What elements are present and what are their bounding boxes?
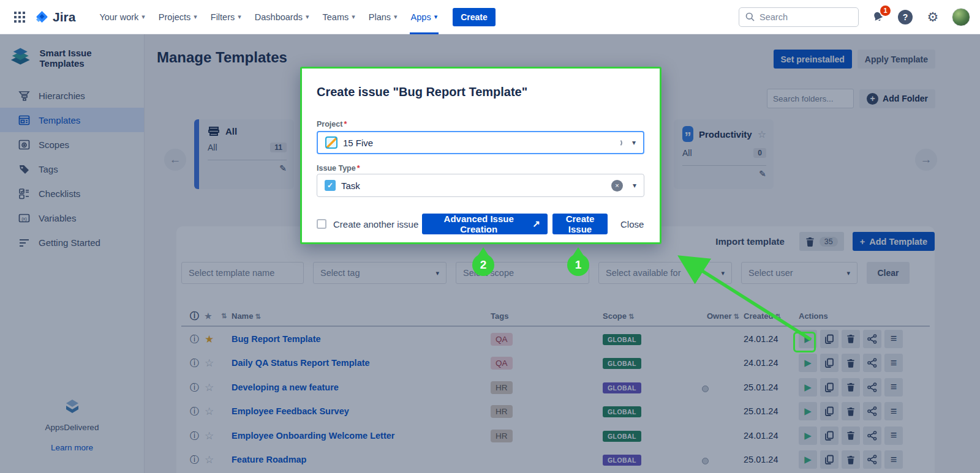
user-avatar[interactable] [952, 8, 970, 26]
notification-badge: 1 [880, 6, 891, 16]
search-placeholder: Search [760, 12, 788, 22]
create-another-label: Create another issue [333, 219, 418, 229]
project-avatar-icon [325, 136, 337, 149]
issue-type-select[interactable]: ✓ Task × ▾ [317, 174, 644, 197]
loading-spinner-icon [614, 139, 622, 147]
chevron-down-icon[interactable]: ▾ [633, 181, 636, 190]
chevron-down-icon: ▾ [141, 13, 145, 21]
issue-type-value: Task [341, 181, 606, 191]
project-value: 15 Five [343, 138, 609, 148]
nav-item-apps[interactable]: Apps▾ [411, 0, 438, 34]
create-another-checkbox[interactable] [317, 219, 326, 229]
chevron-down-icon[interactable]: ▾ [632, 138, 636, 147]
advanced-issue-creation-button[interactable]: Advanced Issue Creation ↗ [422, 214, 548, 234]
project-select[interactable]: 15 Five ▾ [317, 131, 644, 154]
gear-icon: ⚙ [927, 10, 939, 24]
issue-type-label: Issue Type* [317, 164, 360, 173]
project-label: Project* [317, 120, 347, 128]
create-button[interactable]: Create [453, 8, 496, 26]
step-2-marker: 2 [472, 254, 494, 276]
help-button[interactable]: ? [897, 9, 914, 26]
create-issue-modal: Create issue "Bug Report Template" Proje… [300, 67, 662, 244]
jira-logo[interactable]: Jira [34, 10, 75, 24]
nav-item-your-work[interactable]: Your work▾ [99, 0, 145, 34]
nav-item-plans[interactable]: Plans▾ [369, 0, 398, 34]
top-navbar: Jira Your work▾ Projects▾ Filters▾ Dashb… [0, 0, 980, 34]
required-asterisk: * [357, 164, 360, 173]
settings-button[interactable]: ⚙ [924, 9, 941, 26]
close-button[interactable]: Close [620, 219, 644, 229]
chevron-down-icon: ▾ [238, 13, 241, 21]
chevron-down-icon: ▾ [394, 13, 398, 21]
chevron-down-icon: ▾ [306, 13, 309, 21]
nav-item-filters[interactable]: Filters▾ [211, 0, 241, 34]
create-issue-button[interactable]: Create Issue [552, 214, 608, 234]
modal-title: Create issue "Bug Report Template" [317, 85, 527, 99]
nav-item-dashboards[interactable]: Dashboards▾ [255, 0, 309, 34]
chevron-down-icon: ▾ [352, 13, 355, 21]
task-type-icon: ✓ [325, 180, 336, 191]
play-button-highlight [793, 332, 816, 352]
notifications-button[interactable]: 1 [869, 9, 886, 26]
chevron-down-icon: ▾ [194, 13, 197, 21]
chevron-down-icon: ▾ [434, 13, 438, 21]
search-icon [745, 12, 755, 21]
app-switcher-icon[interactable] [10, 7, 29, 27]
nav-item-teams[interactable]: Teams▾ [323, 0, 355, 34]
required-asterisk: * [344, 120, 347, 128]
nav-item-projects[interactable]: Projects▾ [159, 0, 197, 34]
brand-name: Jira [53, 10, 75, 24]
question-icon: ? [898, 10, 913, 24]
step-1-marker: 1 [567, 254, 589, 276]
clear-selection-icon[interactable]: × [611, 180, 623, 192]
external-link-icon: ↗ [532, 218, 540, 229]
search-input[interactable]: Search [739, 7, 859, 27]
